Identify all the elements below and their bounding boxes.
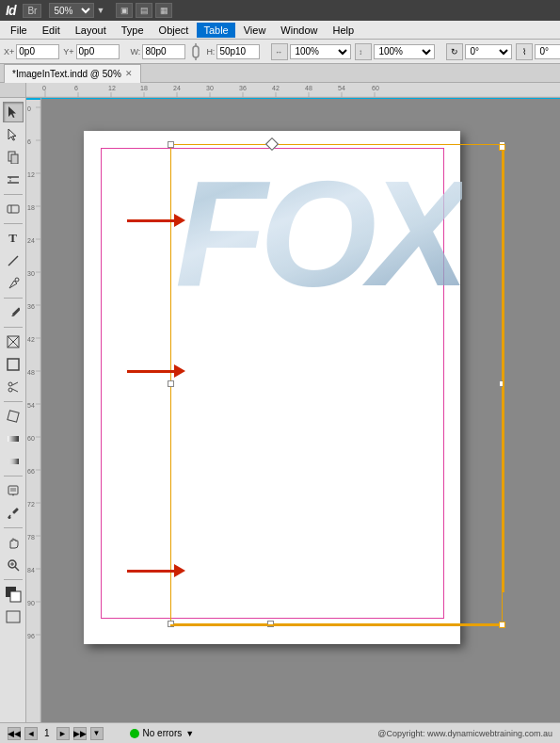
- orange-frame-right-handle-top[interactable]: [499, 144, 505, 151]
- svg-text:42: 42: [27, 336, 35, 343]
- app-logo: Id: [6, 3, 15, 18]
- x-input[interactable]: [16, 44, 59, 59]
- copyright-text: @Copyright: www.dynamicwebtraining.com.a…: [377, 729, 552, 738]
- y-label: Y+: [63, 47, 73, 57]
- pencil-tool[interactable]: [3, 302, 24, 323]
- preflight-status: No errors ▼: [130, 728, 195, 738]
- menu-view[interactable]: View: [237, 23, 273, 38]
- menu-window[interactable]: Window: [274, 23, 324, 38]
- shear-control: ⌇ 0°: [516, 43, 560, 60]
- h-input[interactable]: [216, 44, 260, 59]
- layout-icon-3[interactable]: ▦: [155, 3, 172, 18]
- title-bar: Id Br 50% 100% ▼ ▣ ▤ ▦: [0, 0, 560, 21]
- arrow-2-head: [174, 364, 185, 378]
- arrow-1-line: [127, 219, 174, 222]
- gradient-feather-tool[interactable]: [3, 451, 24, 472]
- svg-text:48: 48: [305, 85, 312, 91]
- scale-x-select[interactable]: 100%: [290, 44, 351, 59]
- ruler-row: 0 6 12 18 24 30 36 42 48 54 60: [0, 83, 560, 98]
- page-tool[interactable]: [3, 147, 24, 168]
- pen-tool[interactable]: [3, 273, 24, 294]
- svg-text:54: 54: [338, 85, 345, 91]
- svg-text:90: 90: [27, 600, 35, 606]
- bridge-button[interactable]: Br: [23, 4, 41, 18]
- scale-y-control: ↕ 100%: [355, 43, 435, 60]
- layout-icon-1[interactable]: ▣: [116, 3, 133, 18]
- type-tool[interactable]: T: [3, 228, 24, 249]
- svg-text:12: 12: [27, 171, 35, 178]
- y-input[interactable]: [76, 44, 120, 59]
- menu-table[interactable]: Table: [197, 23, 234, 38]
- menu-layout[interactable]: Layout: [69, 23, 113, 38]
- line-tool[interactable]: [3, 250, 24, 271]
- arrow-2: [127, 364, 185, 378]
- svg-text:48: 48: [27, 369, 35, 376]
- svg-text:78: 78: [27, 534, 35, 541]
- rotate-control: ↻ 0°: [446, 43, 512, 60]
- tool-separator-2: [4, 223, 23, 224]
- content-collector-tool[interactable]: [3, 199, 24, 219]
- svg-text:18: 18: [27, 204, 35, 211]
- svg-text:66: 66: [27, 468, 35, 475]
- hand-tool[interactable]: [3, 532, 24, 553]
- rect-tool[interactable]: [3, 354, 24, 375]
- x-label: X+: [4, 47, 14, 57]
- free-transform-tool[interactable]: [3, 406, 24, 427]
- tab-close-icon[interactable]: ✕: [125, 69, 133, 78]
- direct-select-tool[interactable]: [3, 124, 24, 145]
- w-label: W:: [131, 47, 141, 57]
- menu-bar: File Edit Layout Type Object Table View …: [0, 21, 560, 40]
- svg-text:30: 30: [206, 85, 214, 91]
- gradient-tool[interactable]: [3, 428, 24, 449]
- tool-separator-4: [4, 327, 23, 328]
- gap-tool[interactable]: [3, 170, 24, 190]
- note-tool[interactable]: [3, 480, 24, 501]
- svg-line-48: [12, 389, 18, 392]
- shear-select[interactable]: 0°: [535, 44, 560, 59]
- layout-icon-2[interactable]: ▤: [136, 3, 152, 18]
- arrow-2-line: [127, 370, 174, 373]
- tab-bar: *ImageInText.indd @ 50% ✕: [0, 64, 560, 83]
- menu-object[interactable]: Object: [152, 23, 196, 38]
- nav-next-button[interactable]: ►: [56, 727, 70, 740]
- svg-point-45: [8, 382, 12, 386]
- eyedropper-tool[interactable]: [3, 503, 24, 524]
- menu-help[interactable]: Help: [326, 23, 360, 38]
- zoom-control[interactable]: 50% 100% ▼: [49, 3, 104, 18]
- scale-y-select[interactable]: 100%: [374, 44, 435, 59]
- svg-point-46: [8, 388, 12, 392]
- svg-text:↕: ↕: [359, 48, 362, 57]
- view-mode-normal[interactable]: [3, 606, 24, 627]
- scissors-tool[interactable]: [3, 377, 24, 397]
- rotate-select[interactable]: 0°: [465, 44, 512, 59]
- menu-type[interactable]: Type: [115, 23, 151, 38]
- document-tab[interactable]: *ImageInText.indd @ 50% ✕: [4, 64, 141, 83]
- fill-color[interactable]: [3, 584, 24, 605]
- svg-rect-50: [8, 436, 19, 442]
- canvas-area: FOX: [41, 98, 560, 722]
- zoom-select[interactable]: 50% 100%: [49, 3, 94, 18]
- svg-rect-49: [7, 411, 18, 422]
- menu-edit[interactable]: Edit: [36, 23, 67, 38]
- no-errors-dot: [130, 729, 139, 738]
- nav-prev-button[interactable]: ◄: [24, 727, 38, 740]
- orange-right-border: [503, 144, 504, 592]
- selection-tool[interactable]: [3, 102, 24, 122]
- orange-frame-right-handle-bottom[interactable]: [499, 622, 505, 628]
- svg-text:36: 36: [239, 85, 247, 91]
- zoom-tool[interactable]: [3, 555, 24, 575]
- vertical-ruler: 0 6 12 18 24 30 36 42 48 54 60 66 72 78 …: [26, 98, 41, 722]
- menu-file[interactable]: File: [4, 23, 34, 38]
- errors-dropdown[interactable]: ▼: [185, 729, 194, 738]
- w-input[interactable]: [142, 44, 185, 59]
- svg-marker-29: [8, 129, 16, 140]
- rect-frame-tool[interactable]: [3, 331, 24, 352]
- main-layout: T: [0, 98, 560, 722]
- nav-last-button[interactable]: ▶▶: [73, 727, 87, 740]
- page-nav-icon[interactable]: ▼: [90, 727, 104, 740]
- arrow-1: [127, 214, 185, 227]
- nav-first-button[interactable]: ◀◀: [8, 727, 21, 740]
- guide-line-h: [41, 98, 560, 99]
- h-control: H:: [206, 44, 260, 59]
- orange-bottom-border: [170, 624, 503, 626]
